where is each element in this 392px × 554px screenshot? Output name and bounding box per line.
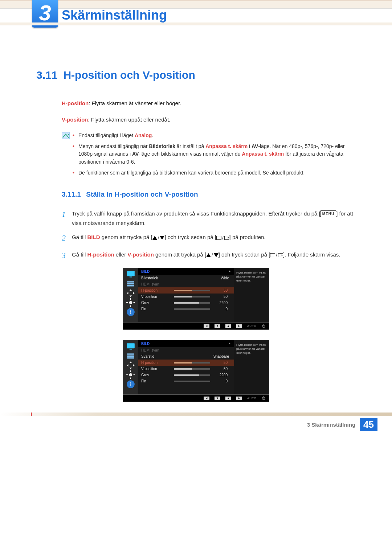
svg-rect-18 xyxy=(133,302,135,303)
v-position-label: V-position xyxy=(62,116,88,123)
osd-row-label: Grov xyxy=(141,301,174,305)
osd-slider xyxy=(174,290,210,291)
power-icon: ⏻ xyxy=(262,324,265,328)
svg-text:i: i xyxy=(130,309,131,315)
svg-rect-27 xyxy=(130,370,131,372)
monitor-icon xyxy=(126,342,135,350)
page: 3 Skärminställning 3.11 H-position och V… xyxy=(0,0,392,438)
osd-row-value: 50 xyxy=(213,295,228,299)
osd-row-value: 0 xyxy=(213,379,228,383)
footer-text: 3 Skärminställning xyxy=(307,422,355,428)
svg-text:i: i xyxy=(130,381,131,387)
list-icon xyxy=(126,352,135,360)
subsection-heading: 3.11.1 Ställa in H-position och V-positi… xyxy=(62,190,356,198)
osd-nav-bar: ◄ ▼ ▲ ► AUTO ⏻ xyxy=(123,323,269,330)
content: 3.11 H-position och V-position H-positio… xyxy=(0,25,392,402)
gear-icon xyxy=(126,299,135,307)
osd-slider xyxy=(174,368,210,370)
osd-row-label: HDMI svart xyxy=(141,282,174,286)
svg-rect-24 xyxy=(127,356,134,357)
note-item-1: • Endast tillgängligt i läget Analog. xyxy=(73,132,356,140)
osd-row: V-position50 xyxy=(138,294,234,300)
footer-divider xyxy=(0,413,392,416)
osd-row-label: H-position xyxy=(141,288,174,292)
svg-rect-30 xyxy=(133,374,135,375)
svg-rect-13 xyxy=(127,286,134,287)
h-position-text: : Flytta skärmen åt vänster eller höger. xyxy=(89,100,181,106)
nav-left-icon: ◄ xyxy=(204,324,209,328)
step-number: 3 xyxy=(62,249,72,262)
source-key-icon: / xyxy=(270,251,283,259)
section-title: H-position och V-position xyxy=(63,69,195,81)
osd-row-label: Fin xyxy=(141,307,174,311)
info-icon: i xyxy=(126,380,135,388)
svg-rect-15 xyxy=(130,298,131,300)
power-icon: ⏻ xyxy=(262,396,265,400)
osd-side-icons: i xyxy=(123,268,138,322)
nav-up-icon: ▲ xyxy=(225,397,231,400)
osd-menu-2: BILD▲ HDMI svartSvarstidSnabbareH-positi… xyxy=(138,340,234,394)
nav-down-icon: ▼ xyxy=(215,397,220,400)
osd-row: HDMI svart xyxy=(138,347,234,353)
osd-row: V-position50 xyxy=(138,366,234,372)
osd-row: Grov2200 xyxy=(138,372,234,378)
osd-row-label: V-position xyxy=(141,295,174,299)
osd-row-value: 50 xyxy=(213,361,228,365)
osd-slider xyxy=(174,308,210,310)
osd-slider xyxy=(174,362,210,364)
section-number: 3.11 xyxy=(36,69,62,81)
header-band: 3 Skärminställning xyxy=(0,0,392,25)
osd-row-value: 50 xyxy=(213,367,228,371)
monitor-icon xyxy=(126,270,135,278)
nav-right-icon: ► xyxy=(236,324,242,328)
svg-marker-2 xyxy=(160,236,164,240)
step-number: 2 xyxy=(62,231,72,245)
up-down-key-icon: / xyxy=(206,251,219,259)
svg-rect-11 xyxy=(127,282,134,283)
bullet-icon: • xyxy=(73,143,78,166)
svg-point-14 xyxy=(129,301,132,304)
svg-rect-29 xyxy=(126,374,128,375)
h-position-label: H-position xyxy=(62,100,89,106)
nav-right-icon: ► xyxy=(236,397,242,400)
svg-marker-5 xyxy=(206,253,211,257)
osd-row: SvarstidSnabbare xyxy=(138,353,234,360)
svg-rect-7 xyxy=(270,254,275,257)
osd-side-icons: i xyxy=(123,340,138,394)
osd-row: BildstorlekWide xyxy=(138,275,234,281)
note-item-3: • De funktioner som är tillgängliga på b… xyxy=(73,169,356,177)
gear-icon xyxy=(126,371,135,379)
osd-row-label: Bildstorlek xyxy=(141,276,174,280)
nav-up-icon: ▲ xyxy=(225,324,231,328)
nav-left-icon: ◄ xyxy=(204,397,209,400)
osd-nav-bar: ◄ ▼ ▲ ► AUTO ⏻ xyxy=(123,395,269,402)
menu-key-icon: MENU xyxy=(320,210,336,217)
svg-rect-17 xyxy=(126,302,128,303)
osd-menu-1: BILD▲ BildstorlekWideHDMI svartH-positio… xyxy=(138,268,234,322)
svg-rect-25 xyxy=(127,358,134,359)
osd-slider xyxy=(174,381,210,382)
nav-down-icon: ▼ xyxy=(215,324,220,328)
osd-screenshot-1: i BILD▲ BildstorlekWideHDMI svartH-posit… xyxy=(123,268,269,330)
section-heading: 3.11 H-position och V-position xyxy=(36,69,356,81)
chapter-title: Skärminställning xyxy=(62,8,167,23)
osd-row-label: H-position xyxy=(141,361,174,365)
osd-row: Fin0 xyxy=(138,378,234,384)
note-icon xyxy=(62,132,73,180)
osd-row: H-position50 xyxy=(138,287,234,294)
svg-point-26 xyxy=(129,373,132,377)
step-2: 2 Gå till BILD genom att trycka på [/] o… xyxy=(62,231,356,245)
svg-rect-10 xyxy=(129,277,131,278)
osd-row-label: Grov xyxy=(141,373,174,377)
bullet-icon: • xyxy=(73,169,78,177)
osd-row-value: Wide xyxy=(174,276,231,280)
svg-marker-1 xyxy=(152,236,157,240)
svg-rect-21 xyxy=(127,344,135,349)
osd-row-label: V-position xyxy=(141,367,174,371)
svg-rect-3 xyxy=(216,236,221,240)
osd-row: Fin0 xyxy=(138,306,234,312)
subsection-title: Ställa in H-position och V-position xyxy=(86,190,198,198)
svg-rect-23 xyxy=(127,354,134,355)
svg-rect-22 xyxy=(129,349,131,350)
osd-row-value: 0 xyxy=(213,307,228,311)
